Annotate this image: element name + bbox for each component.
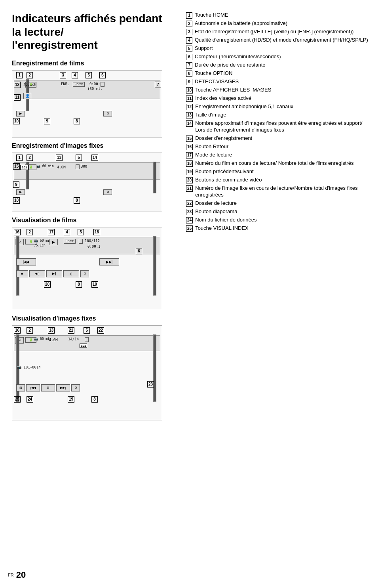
item-text: Autonomie de la batterie (approximative) <box>195 20 372 27</box>
item-badge: 18 <box>186 160 193 167</box>
item-text: Compteur (heures/minutes/secondes) <box>195 53 372 60</box>
section-enregistrement-images: Enregistrement d'images fixes <box>12 142 174 149</box>
item-text: Boutons de commande vidéo <box>195 177 372 183</box>
section-visualisation-films: Visualisation de films <box>12 217 174 224</box>
item-badge: 3 <box>186 29 192 35</box>
diagram-visualisation-images: 16 2 13 21 5 22 ↩ 🔋 4.0M 14/14 📷 60 min … <box>12 325 162 420</box>
num-label-9-film: 9 <box>44 118 50 124</box>
item-badge: 15 <box>186 136 193 142</box>
page: Indicateurs affichés pendant la lecture/… <box>0 0 380 588</box>
item-text: Index des visages activé <box>195 95 372 102</box>
item-text: Bouton diaporama <box>195 208 372 215</box>
item-text: Etat de l'enregistrement ([VEILLE] (veil… <box>195 29 372 35</box>
num-label-4: 4 <box>72 72 78 78</box>
num-label-7: 7 <box>155 82 161 88</box>
page-title: Indicateurs affichés pendant la lecture/… <box>12 12 174 52</box>
item-text: Durée de prise de vue restante <box>195 62 372 69</box>
item-badge: 25 <box>186 225 193 232</box>
list-item: 2Autonomie de la batterie (approximative… <box>186 20 372 27</box>
num-label-8-film: 8 <box>74 118 80 124</box>
diagram-enregistrement-films: 1 2 3 4 5 6 🔋 0:00:1 (30 mi. ENR. HD/SF <box>12 70 162 137</box>
list-item: 4Qualité d'enregistrement (HD/SD) et mod… <box>186 37 372 44</box>
item-text: Dossier d'enregistrement <box>195 135 372 142</box>
item-badge: 24 <box>186 217 193 223</box>
list-item: 19Bouton précédent/suivant <box>186 168 372 175</box>
item-badge: 22 <box>186 200 193 207</box>
list-item: 5Support <box>186 45 372 52</box>
list-item: 24Nom du fichier de données <box>186 217 372 223</box>
diagram-enregistrement-images: 1 2 13 5 14 🔋 4.0M 300 📷 60 min 15 <box>12 153 162 212</box>
item-badge: 16 <box>186 144 193 150</box>
item-badge: 12 <box>186 104 193 110</box>
item-text: Touche OPTION <box>195 70 372 77</box>
list-item: 3Etat de l'enregistrement ([VEILLE] (vei… <box>186 29 372 35</box>
num-label-3: 3 <box>60 72 66 78</box>
list-item: 7Durée de prise de vue restante <box>186 62 372 69</box>
item-text: Nom du fichier de données <box>195 217 372 223</box>
list-item: 25Touche VISUAL INDEX <box>186 225 372 232</box>
right-column: 1Touche HOME2Autonomie de la batterie (a… <box>182 12 372 576</box>
item-badge: 1 <box>186 12 192 19</box>
item-badge: 13 <box>186 112 193 118</box>
num-label-2: 2 <box>27 72 33 78</box>
item-text: Bouton Retour <box>195 143 372 150</box>
list-item: 22Dossier de lecture <box>186 200 372 207</box>
left-column: Indicateurs affichés pendant la lecture/… <box>12 12 182 576</box>
num-label-12: 12 <box>14 82 21 88</box>
num-label-10-film: 10 <box>13 118 20 124</box>
item-text: Numéro du film en cours de lecture/ Nomb… <box>195 160 372 167</box>
list-item: 11Index des visages activé <box>186 95 372 102</box>
item-text: Touche HOME <box>195 12 372 19</box>
footer-lang: FR <box>8 573 14 577</box>
list-item: 8Touche OPTION <box>186 70 372 77</box>
item-text: Dossier de lecture <box>195 200 372 207</box>
list-item: 17Mode de lecture <box>186 152 372 158</box>
item-badge: 9 <box>186 79 192 85</box>
item-text: Nombre approximatif d'images fixes pouva… <box>195 120 372 134</box>
item-text: Enregistrement ambiophonique 5,1 canaux <box>195 103 372 110</box>
diagram-visualisation-films: 16 2 17 4 5 18 ↩ 🔋 ▶ HD/SF 100/112 0:00:… <box>12 227 162 310</box>
item-badge: 20 <box>186 177 193 183</box>
item-text: Bouton précédent/suivant <box>195 168 372 175</box>
list-item: 23Bouton diaporama <box>186 208 372 215</box>
item-badge: 6 <box>186 54 192 60</box>
section-enregistrement-films: Enregistrement de films <box>12 60 174 67</box>
item-text: Touche VISUAL INDEX <box>195 225 372 232</box>
footer: FR 20 <box>8 570 26 580</box>
item-badge: 8 <box>186 71 192 77</box>
list-item: 15Dossier d'enregistrement <box>186 135 372 142</box>
item-text: Touche AFFICHER LES IMAGES <box>195 87 372 94</box>
item-badge: 14 <box>186 120 193 127</box>
item-badge: 21 <box>186 185 193 192</box>
list-item: 6Compteur (heures/minutes/secondes) <box>186 53 372 60</box>
item-badge: 2 <box>186 21 192 27</box>
item-text: Support <box>195 45 372 52</box>
list-item: 18Numéro du film en cours de lecture/ No… <box>186 160 372 167</box>
list-item: 14Nombre approximatif d'images fixes pou… <box>186 120 372 134</box>
section-visualisation-images: Visualisation d'images fixes <box>12 315 174 322</box>
list-item: 13Taille d'image <box>186 112 372 118</box>
list-item: 12Enregistrement ambiophonique 5,1 canau… <box>186 103 372 110</box>
item-badge: 23 <box>186 209 193 215</box>
item-text: Taille d'image <box>195 112 372 118</box>
item-text: Numéro de l'image fixe en cours de lectu… <box>195 185 372 199</box>
list-item: 1Touche HOME <box>186 12 372 19</box>
indicator-list: 1Touche HOME2Autonomie de la batterie (a… <box>186 12 372 232</box>
num-label-1: 1 <box>16 72 23 78</box>
list-item: 10Touche AFFICHER LES IMAGES <box>186 87 372 94</box>
item-badge: 4 <box>186 37 192 44</box>
item-badge: 19 <box>186 169 193 175</box>
list-item: 9DETECT.VISAGES <box>186 78 372 85</box>
item-text: Mode de lecture <box>195 152 372 158</box>
item-badge: 5 <box>186 46 192 52</box>
item-badge: 7 <box>186 62 192 69</box>
item-badge: 17 <box>186 152 193 158</box>
item-badge: 11 <box>186 95 193 102</box>
list-item: 16Bouton Retour <box>186 143 372 150</box>
item-text: Qualité d'enregistrement (HD/SD) et mode… <box>195 37 372 44</box>
item-badge: 10 <box>186 87 193 94</box>
footer-page: 20 <box>16 570 26 580</box>
item-text: DETECT.VISAGES <box>195 78 372 85</box>
list-item: 20Boutons de commande vidéo <box>186 177 372 183</box>
num-label-5: 5 <box>86 72 92 78</box>
